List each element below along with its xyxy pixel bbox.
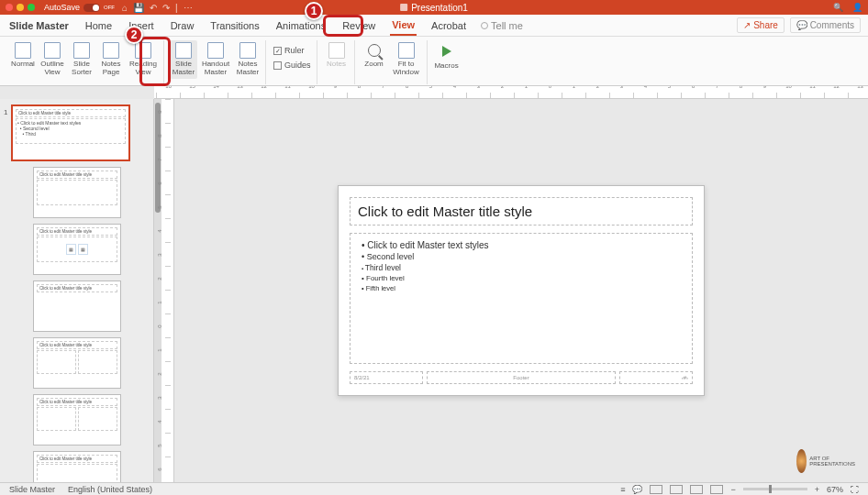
status-right: ≡ 💬 − + 67% ⛶	[620, 485, 859, 494]
footer-placeholders: 8/2/21 Footer ‹#›	[350, 371, 693, 384]
thumbnail-scrollbar[interactable]	[154, 99, 161, 482]
slideshow-view-icon[interactable]	[710, 485, 723, 494]
status-language[interactable]: English (United States)	[68, 485, 152, 494]
notes-button[interactable]: Notes	[323, 40, 351, 71]
qat-more-icon[interactable]: ⋯	[184, 3, 193, 13]
window-titlebar: AutoSave OFF ⌂ 💾 ↶ ↷ | ⋯ Presentation1 🔍…	[0, 0, 868, 15]
redo-icon[interactable]: ↷	[162, 3, 170, 13]
notes-master-button[interactable]: Notes Master	[234, 40, 262, 79]
document-title: Presentation1	[400, 3, 468, 13]
sorter-view-icon[interactable]	[670, 485, 683, 494]
master-slide-thumb[interactable]: Click to edit Master title style • Click…	[11, 104, 130, 161]
tab-slide-master[interactable]: Slide Master	[7, 16, 71, 35]
autosave-state: OFF	[104, 5, 115, 10]
logo-icon	[796, 449, 807, 473]
close-window-icon[interactable]	[6, 4, 13, 11]
tell-me-search[interactable]: Tell me	[481, 20, 523, 31]
fit-icon	[398, 42, 415, 59]
handout-master-button[interactable]: Handout Master	[199, 40, 232, 79]
titlebar-right: 🔍 👤	[833, 3, 862, 12]
tab-transitions[interactable]: Transitions	[208, 16, 261, 35]
layout-thumb-5[interactable]: Click to edit Master title style	[33, 394, 121, 446]
horizontal-ruler	[154, 86, 868, 99]
guides-checkbox[interactable]: Guides	[272, 59, 313, 72]
ribbon-toolbar: Normal Outline View Slide Sorter Notes P…	[0, 37, 868, 86]
macros-button[interactable]: Macros	[433, 40, 461, 72]
notes-page-icon	[103, 42, 119, 59]
vertical-ruler	[161, 99, 174, 482]
save-icon[interactable]: 💾	[133, 3, 144, 13]
sorter-icon	[73, 42, 90, 59]
reading-icon	[135, 42, 151, 59]
maximize-window-icon[interactable]	[28, 4, 35, 11]
check-icon	[273, 47, 282, 55]
date-placeholder[interactable]: 8/2/21	[350, 371, 423, 384]
minimize-window-icon[interactable]	[17, 4, 24, 11]
zoom-slider[interactable]	[743, 488, 807, 490]
autosave-label: AutoSave	[44, 3, 80, 12]
tab-acrobat[interactable]: Acrobat	[429, 16, 468, 35]
master-thumb-wrap: 1 Click to edit Master title style • Cli…	[4, 104, 150, 161]
presentation-views-group: Normal Outline View Slide Sorter Notes P…	[6, 40, 164, 84]
slide-master-button[interactable]: Slide Master	[170, 40, 197, 79]
notes-icon	[328, 42, 345, 59]
zoom-percent[interactable]: 67%	[827, 485, 843, 494]
notes-page-button[interactable]: Notes Page	[97, 40, 125, 79]
notes-master-icon	[239, 42, 256, 59]
layout-thumb-3[interactable]: Click to edit Master title style	[33, 280, 121, 332]
annotation-bubble-1: 1	[305, 2, 323, 20]
notes-group: Notes	[319, 40, 355, 84]
window-controls	[6, 4, 35, 11]
user-icon[interactable]: 👤	[852, 3, 862, 12]
slide-sorter-button[interactable]: Slide Sorter	[68, 40, 95, 79]
zoom-button[interactable]: Zoom	[361, 40, 388, 71]
slide-canvas[interactable]: Click to edit Master title style Click t…	[174, 99, 868, 482]
slide-master-icon	[175, 42, 192, 59]
home-icon[interactable]: ⌂	[122, 3, 128, 13]
comments-button[interactable]: 💬 Comments	[790, 17, 861, 33]
layout-thumb-1[interactable]: Click to edit Master title style	[33, 167, 121, 218]
zoom-in-button[interactable]: +	[815, 485, 819, 494]
footer-placeholder[interactable]: Footer	[427, 371, 616, 384]
status-bar: Slide Master English (United States) ≡ 💬…	[0, 482, 868, 495]
outline-view-button[interactable]: Outline View	[39, 40, 66, 79]
notes-status-icon[interactable]: ≡	[620, 485, 625, 494]
tab-animations[interactable]: Animations	[274, 16, 328, 35]
normal-view-icon[interactable]	[650, 485, 662, 494]
tab-review[interactable]: Review	[340, 16, 377, 35]
ribbon-right-buttons: ↗ Share 💬 Comments	[737, 17, 861, 33]
reading-view-button[interactable]: Reading View	[127, 40, 160, 79]
master-slide[interactable]: Click to edit Master title style Click t…	[338, 185, 705, 396]
comments-status-icon[interactable]: 💬	[632, 485, 642, 494]
macros-group: Macros	[429, 40, 464, 84]
tab-draw[interactable]: Draw	[169, 16, 196, 35]
zoom-out-button[interactable]: −	[730, 485, 735, 494]
status-mode: Slide Master	[9, 485, 55, 494]
watermark-logo: ART OF PRESENTATIONS	[796, 447, 855, 475]
content-placeholder[interactable]: Click to edit Master text styles Second …	[350, 233, 693, 364]
undo-icon[interactable]: ↶	[150, 3, 157, 13]
autosave-toggle[interactable]: AutoSave OFF	[44, 3, 115, 12]
title-placeholder[interactable]: Click to edit Master title style	[350, 197, 693, 226]
annotation-bubble-2: 2	[125, 26, 143, 44]
ruler-checkbox[interactable]: Ruler	[272, 44, 306, 57]
layout-thumb-2[interactable]: Click to edit Master title style▦▦	[33, 224, 121, 275]
share-button[interactable]: ↗ Share	[737, 17, 784, 33]
autosave-switch[interactable]	[83, 4, 100, 12]
work-area: 1 Click to edit Master title style • Cli…	[0, 99, 868, 482]
layout-thumb-4[interactable]: Click to edit Master title style	[33, 337, 121, 389]
qat-divider: |	[175, 3, 178, 13]
slide-thumbnails-panel: 1 Click to edit Master title style • Cli…	[0, 99, 154, 482]
outline-icon	[44, 42, 61, 59]
quick-access-toolbar: ⌂ 💾 ↶ ↷ | ⋯	[122, 3, 193, 13]
fit-window-button[interactable]: Fit to Window	[390, 40, 423, 79]
layout-thumb-6[interactable]: Click to edit Master title style	[33, 451, 121, 482]
normal-view-button[interactable]: Normal	[9, 40, 37, 71]
search-icon[interactable]: 🔍	[833, 3, 843, 12]
slide-number-placeholder[interactable]: ‹#›	[619, 371, 693, 384]
zoom-icon	[368, 44, 381, 57]
tab-home[interactable]: Home	[83, 16, 114, 35]
fit-to-window-icon[interactable]: ⛶	[851, 485, 859, 494]
reading-view-icon[interactable]	[690, 485, 703, 494]
tab-view[interactable]: View	[390, 16, 417, 36]
